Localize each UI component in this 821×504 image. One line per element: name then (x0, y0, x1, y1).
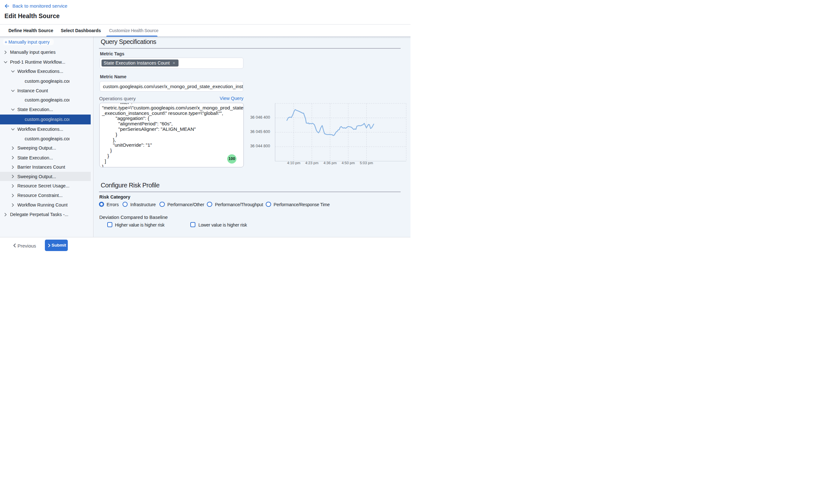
svg-text:36 044 800: 36 044 800 (250, 144, 270, 148)
svg-text:36 046 400: 36 046 400 (250, 115, 270, 120)
svg-text:4:23 pm: 4:23 pm (305, 161, 319, 165)
svg-text:36 045 600: 36 045 600 (250, 129, 270, 134)
svg-text:5:03 pm: 5:03 pm (360, 161, 373, 165)
svg-text:4:10 pm: 4:10 pm (287, 161, 300, 165)
svg-text:4:50 pm: 4:50 pm (342, 161, 355, 165)
svg-text:4:36 pm: 4:36 pm (324, 161, 337, 165)
